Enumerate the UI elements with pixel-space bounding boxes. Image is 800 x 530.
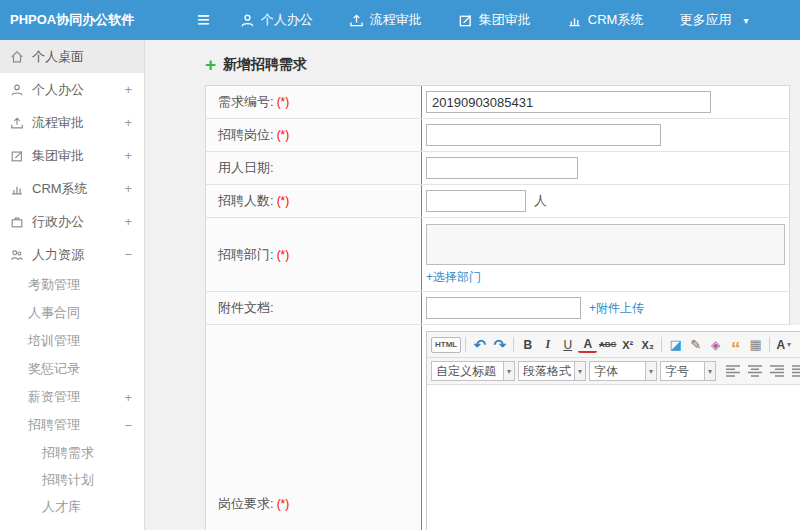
caret-down-icon: ▾ [503,362,514,380]
select-department-link[interactable]: +选择部门 [426,269,481,286]
hire-date-input[interactable] [426,157,578,179]
font-family-dropdown[interactable]: 字体 ▾ [589,361,657,381]
sidebar-item-group-approval[interactable]: 集团审批 + [0,139,144,172]
html-source-button[interactable]: HTML [431,337,461,353]
sidebar-item-talent-pool[interactable]: 人才库 [0,493,144,520]
caret-down-icon: ▾ [787,340,791,349]
sidebar-item-process-approval[interactable]: 流程审批 + [0,106,144,139]
page-header: + 新增招聘需求 [205,56,790,74]
sidebar-item-rewards[interactable]: 奖惩记录 [0,355,144,383]
field-label: 用人日期: [218,159,274,177]
sidebar-item-personal-office[interactable]: 个人办公 + [0,73,144,106]
sidebar-item-label: 流程审批 [32,114,84,132]
sidebar-item-attendance[interactable]: 考勤管理 [0,271,144,299]
custom-title-dropdown[interactable]: 自定义标题 ▾ [431,361,515,381]
headcount-unit-label: 人 [534,192,547,210]
align-left-icon[interactable] [725,363,743,379]
blockquote-icon[interactable]: “ [726,335,745,354]
eraser-icon[interactable]: ◪ [666,335,685,354]
alignment-buttons [725,363,800,379]
collapse-toggle-icon[interactable]: − [124,418,132,433]
people-icon [10,248,24,262]
font-color-button[interactable]: A [578,336,597,353]
topnav-item-more-apps[interactable]: 更多应用 ▾ [679,11,748,29]
expand-toggle-icon[interactable]: + [124,181,132,196]
expand-toggle-icon[interactable]: + [124,390,132,405]
bold-button[interactable]: B [518,335,537,354]
upload-process-icon [349,13,364,28]
page-title: 新增招聘需求 [223,56,307,74]
sidebar-item-admin-office[interactable]: 行政办公 + [0,205,144,238]
required-mark: (*) [277,95,290,109]
headcount-input[interactable] [426,190,526,212]
field-label: 招聘人数: [218,192,274,210]
required-mark: (*) [277,497,290,511]
attachment-upload-link[interactable]: +附件上传 [589,300,644,317]
toolbar-separator [465,337,466,352]
topnav-item-crm[interactable]: CRM系统 [567,11,644,29]
sidebar-item-salary[interactable]: 薪资管理 + [0,383,144,411]
sidebar-item-personal-desktop[interactable]: 个人桌面 [0,40,144,73]
caret-down-icon: ▾ [645,362,656,380]
bar-chart-icon [567,13,582,28]
topnav-item-process-approval[interactable]: 流程审批 [349,11,422,29]
sidebar-item-label: 人事合同 [28,304,80,322]
expand-toggle-icon[interactable]: + [124,148,132,163]
text-color-dropdown[interactable]: A ▾ [774,335,793,354]
sidebar-item-label: CRM系统 [32,180,88,198]
format-brush-icon[interactable]: ✎ [686,335,705,354]
underline-button[interactable]: U [558,335,577,354]
topnav-item-group-approval[interactable]: 集团审批 [458,11,531,29]
form-row-hire-date: 用人日期: [206,152,789,185]
form-row-request-number: 需求编号: (*) [206,86,789,119]
table-icon[interactable]: ▦ [746,335,765,354]
expand-toggle-icon[interactable]: + [124,115,132,130]
font-size-dropdown[interactable]: 字号 ▾ [660,361,716,381]
italic-button[interactable]: I [538,335,557,354]
sidebar-item-label: 人才库 [42,498,81,516]
expand-toggle-icon[interactable]: + [124,82,132,97]
caret-down-icon: ▾ [704,362,715,380]
align-right-icon[interactable] [769,363,787,379]
sidebar-item-recruit-request[interactable]: 招聘需求 [0,439,144,466]
form-row-position: 招聘岗位: (*) [206,119,789,152]
required-mark: (*) [277,194,290,208]
paragraph-format-dropdown[interactable]: 段落格式 ▾ [518,361,586,381]
field-label: 招聘岗位: [218,126,274,144]
attachment-input[interactable] [426,297,581,319]
superscript-button[interactable]: X² [618,335,637,354]
sidebar-item-label: 个人桌面 [32,48,84,66]
subscript-button[interactable]: X₂ [638,335,657,354]
collapse-toggle-icon[interactable]: − [124,247,132,262]
sidebar-item-recruit-mgmt[interactable]: 招聘管理 − [0,411,144,439]
sidebar-item-label: 考勤管理 [28,276,80,294]
editor-content[interactable] [427,385,800,530]
bar-chart-icon [10,182,24,196]
topnav-item-personal-office[interactable]: 个人办公 [240,11,313,29]
sidebar-item-label: 奖惩记录 [28,360,80,378]
briefcase-icon [10,215,24,229]
home-icon [10,50,24,64]
department-textarea[interactable] [426,224,785,265]
undo-icon[interactable]: ↶ [470,335,489,354]
field-label: 招聘部门: [218,246,274,264]
sidebar-item-hr-contract[interactable]: 人事合同 [0,299,144,327]
sidebar-item-recruit-plan[interactable]: 招聘计划 [0,466,144,493]
user-icon [240,13,255,28]
hamburger-menu-icon[interactable]: ≡ [197,9,210,31]
redo-icon[interactable]: ↷ [490,335,509,354]
expand-toggle-icon[interactable]: + [124,214,132,229]
sidebar-item-crm[interactable]: CRM系统 + [0,172,144,205]
form-row-requirements: 岗位要求: (*) HTML ↶ ↷ B I U [206,325,789,530]
highlight-icon[interactable]: ◈ [706,335,725,354]
sidebar-item-label: 招聘计划 [42,471,94,489]
align-justify-icon[interactable] [791,363,800,379]
strikethrough-button[interactable]: ABC [598,335,617,354]
sidebar-item-label: 薪资管理 [28,388,80,406]
sidebar-item-training[interactable]: 培训管理 [0,327,144,355]
position-input[interactable] [426,124,661,146]
request-number-input[interactable] [426,91,711,113]
align-center-icon[interactable] [747,363,765,379]
sidebar-item-hr[interactable]: 人力资源 − [0,238,144,271]
sidebar-item-label: 招聘管理 [28,416,80,434]
